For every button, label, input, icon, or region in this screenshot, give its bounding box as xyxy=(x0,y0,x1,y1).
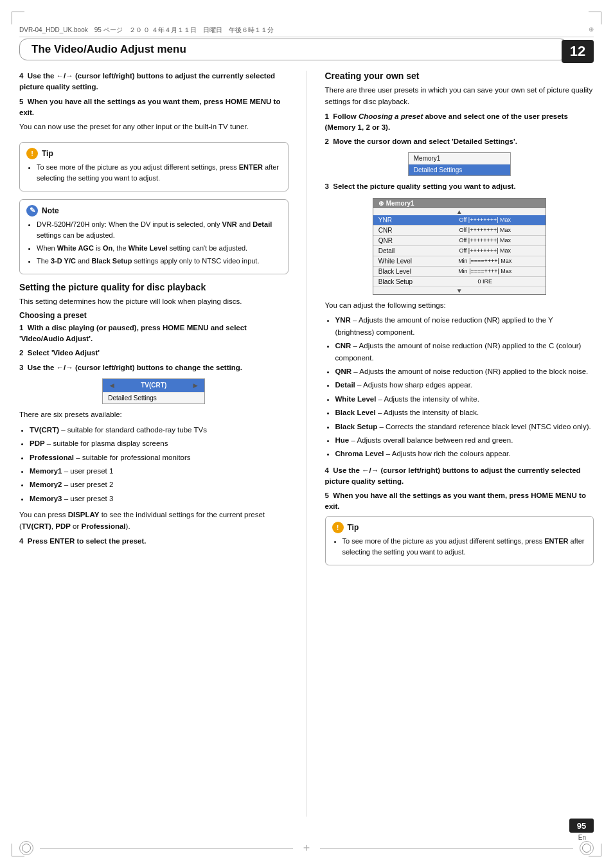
footer-decoration xyxy=(19,841,594,855)
detail-osd-header: ⊛ Memory1 xyxy=(373,199,546,208)
header-bar: DVR-04_HDD_UK.book 95 ページ ２０ ０ ４年４月１１日 日… xyxy=(19,26,594,37)
footer-circle-right xyxy=(580,841,594,855)
settings-intro: You can adjust the following settings: xyxy=(325,300,594,312)
detail-osd-header-icon: ⊛ xyxy=(378,200,384,207)
setting-detail: Detail – Adjusts how sharp edges appear. xyxy=(335,379,594,391)
creating-own-set-intro: There are three user presets in which yo… xyxy=(325,85,594,108)
choosing-preset-heading: Choosing a preset xyxy=(19,311,289,320)
step5-intro-text: 5 When you have all the settings as you … xyxy=(19,96,289,119)
detail-osd-row-detail: Detail Off |++++++++| Max xyxy=(373,246,546,256)
tip-label-right: Tip xyxy=(348,523,359,532)
osd-memory1-row: Memory1 xyxy=(409,153,510,164)
step4-intro-text: 4 Use the ←/→ (cursor left/right) button… xyxy=(19,71,289,93)
choosing-step3: 3 Use the ←/→ (cursor left/right) button… xyxy=(19,362,289,373)
arrow-down: ▼ xyxy=(373,287,546,294)
note-icon: ✎ xyxy=(26,205,38,217)
note-item-1: DVR-520H/720H only: When the DV input is… xyxy=(37,219,281,241)
note-content: DVR-520H/720H only: When the DV input is… xyxy=(26,219,281,267)
setting-hue: Hue – Adjusts overall balance between re… xyxy=(335,434,594,446)
setting-ynr: YNR – Adjusts the amount of noise reduct… xyxy=(335,314,594,338)
footer-circle-inner-right xyxy=(582,844,591,853)
footer-circle-inner-left xyxy=(22,844,31,853)
osd-row-tvcrt: ◄ TV(CRT) ► xyxy=(103,379,204,393)
detail-osd-row-black-level: Black Level Min |====++++| Max xyxy=(373,267,546,277)
osd-memory1-label: Memory1 xyxy=(414,155,505,162)
note-box: ✎ Note DVR-520H/720H only: When the DV i… xyxy=(19,199,289,274)
osd-detailed-settings-label: Detailed Settings xyxy=(414,166,505,173)
tip-item-1-right: To see more of the picture as you adjust… xyxy=(342,536,587,558)
tip-box-right: ! Tip To see more of the picture as you … xyxy=(325,516,594,565)
footer-line-left xyxy=(40,848,293,849)
disc-playback-intro: This setting determines how the picture … xyxy=(19,296,289,308)
preset-professional: Professional – suitable for professional… xyxy=(30,452,289,463)
detail-osd-row-ynr: YNR Off |++++++++| Max xyxy=(373,215,546,226)
setting-black-level: Black Level – Adjusts the intensity of b… xyxy=(335,407,594,418)
setting-cnr: CNR – Adjusts the amount of noise reduct… xyxy=(335,340,594,364)
osd-right-arrow: ► xyxy=(191,381,199,390)
right-column: Creating your own set There are three us… xyxy=(325,71,594,817)
tip-item-1-left: To see more of the picture as you adjust… xyxy=(37,162,281,184)
own-step5: 5 When you have all the settings as you … xyxy=(325,490,594,513)
tip-box-left: ! Tip To see more of the picture as you … xyxy=(19,142,289,191)
disc-playback-heading: Setting the picture quality for disc pla… xyxy=(19,282,289,292)
step5-body-text: You can now use the preset for any other… xyxy=(19,121,289,133)
preset-memory2: Memory2 – user preset 2 xyxy=(30,479,289,490)
own-step4: 4 Use the ←/→ (cursor left/right) button… xyxy=(325,465,594,488)
page-lang: En xyxy=(578,834,586,841)
tip-icon-right: ! xyxy=(332,522,344,533)
footer-crosshair xyxy=(299,841,314,855)
own-step2: 2 Move the cursor down and select 'Detai… xyxy=(325,136,594,147)
tip-label-left: Tip xyxy=(42,149,53,158)
detail-osd-row-black-setup: Black Setup 0 IRE xyxy=(373,277,546,287)
own-step3: 3 Select the picture quality setting you… xyxy=(325,181,594,192)
tip-content-left: To see more of the picture as you adjust… xyxy=(26,162,281,184)
note-label: Note xyxy=(42,206,59,215)
settings-list: YNR – Adjusts the amount of noise reduct… xyxy=(325,314,594,459)
page-title: The Video/Audio Adjust menu xyxy=(31,43,186,56)
presets-intro: There are six presets available: xyxy=(19,409,289,421)
detail-osd-row-cnr: CNR Off |++++++++| Max xyxy=(373,226,546,236)
disc-playback-section: Setting the picture quality for disc pla… xyxy=(19,282,289,547)
note-item-2: When White AGC is On, the White Level se… xyxy=(37,243,281,254)
tip-header-right: ! Tip xyxy=(332,522,587,533)
page-number-badge: 95 xyxy=(569,819,594,833)
choosing-step1: 1 With a disc playing (or paused), press… xyxy=(19,323,289,345)
setting-white-level: White Level – Adjusts the intensity of w… xyxy=(335,393,594,405)
title-box: The Video/Audio Adjust menu xyxy=(19,39,568,60)
presets-list: TV(CRT) – suitable for standard cathode-… xyxy=(19,424,289,504)
preset-pdp: PDP – suitable for plasma display screen… xyxy=(30,438,289,449)
preset-memory1: Memory1 – user preset 1 xyxy=(30,465,289,477)
corner-tr xyxy=(589,12,601,24)
osd-row-detailed: Detailed Settings xyxy=(103,393,204,403)
detail-osd-row-white-level: White Level Min |====++++| Max xyxy=(373,256,546,267)
left-column: 4 Use the ←/→ (cursor left/right) button… xyxy=(19,71,289,817)
tip-icon-left: ! xyxy=(26,148,38,159)
setting-black-setup: Black Setup – Corrects the standard refe… xyxy=(335,421,594,432)
choosing-step2: 2 Select 'Video Adjust' xyxy=(19,348,289,359)
creating-own-set-heading: Creating your own set xyxy=(325,71,594,81)
main-content: 4 Use the ←/→ (cursor left/right) button… xyxy=(19,71,594,817)
setting-chroma: Chroma Level – Adjusts how rich the colo… xyxy=(335,448,594,459)
creating-own-set-section: Creating your own set There are three us… xyxy=(325,71,594,565)
note-header: ✎ Note xyxy=(26,205,281,217)
header-logo: ⊕ xyxy=(589,26,594,35)
tip-content-right: To see more of the picture as you adjust… xyxy=(332,536,587,558)
step4-intro-section: 4 Use the ←/→ (cursor left/right) button… xyxy=(19,71,289,133)
footer-line-right xyxy=(320,848,573,849)
detail-osd-header-label: Memory1 xyxy=(386,200,414,207)
detail-osd-row-qnr: QNR Off |++++++++| Max xyxy=(373,236,546,246)
osd-tvcrt-label: TV(CRT) xyxy=(116,382,191,389)
preset-osd: ◄ TV(CRT) ► Detailed Settings xyxy=(102,378,205,404)
setting-qnr: QNR – Adjusts the amount of noise reduct… xyxy=(335,366,594,377)
detailed-settings-osd: Memory1 Detailed Settings xyxy=(408,152,511,176)
corner-tl xyxy=(12,12,24,24)
osd-detailed-label: Detailed Settings xyxy=(108,394,199,402)
arrow-up: ▲ xyxy=(373,208,546,215)
display-note: You can press DISPLAY to see the individ… xyxy=(19,509,289,533)
column-divider xyxy=(306,71,307,817)
preset-memory3: Memory3 – user preset 3 xyxy=(30,493,289,504)
preset-tvcrt: TV(CRT) – suitable for standard cathode-… xyxy=(30,424,289,436)
chapter-badge: 12 xyxy=(562,40,594,63)
header-filepath: DVR-04_HDD_UK.book 95 ページ ２０ ０ ４年４月１１日 日… xyxy=(19,26,274,35)
osd-detailed-settings-row: Detailed Settings xyxy=(409,164,510,175)
